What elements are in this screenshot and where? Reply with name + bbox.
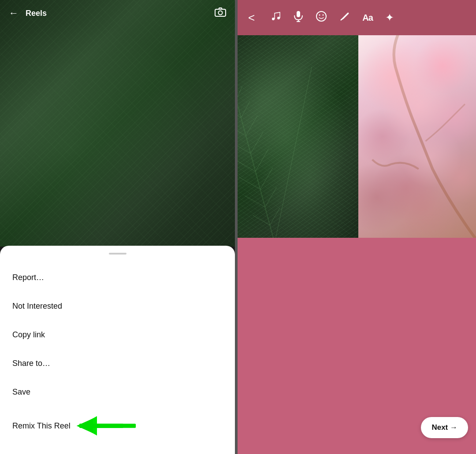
bottom-sheet: Report… Not Interested Copy link Share t…	[0, 246, 235, 454]
back-button[interactable]: ←	[9, 7, 19, 19]
text-tool-icon[interactable]: Aa	[362, 13, 373, 23]
reel-video-bg: ← Reels	[0, 0, 235, 247]
music-icon[interactable]	[271, 11, 281, 24]
svg-line-19	[261, 188, 281, 207]
svg-line-17	[266, 208, 283, 225]
svg-line-23	[251, 149, 274, 172]
green-arrow-icon	[79, 416, 137, 436]
menu-item-copy-link[interactable]: Copy link	[0, 321, 235, 349]
microphone-icon[interactable]	[294, 11, 303, 25]
svg-point-1	[219, 11, 223, 15]
photo-fern	[238, 35, 358, 238]
editor-toolbar: <	[238, 0, 476, 35]
svg-rect-4	[91, 424, 136, 428]
menu-item-remix[interactable]: Remix This Reel	[0, 406, 235, 445]
svg-point-13	[323, 15, 324, 16]
menu-item-save[interactable]: Save	[0, 378, 235, 406]
svg-line-18	[245, 192, 265, 211]
svg-line-14	[275, 67, 312, 238]
editor-back-button[interactable]: <	[248, 11, 255, 25]
menu-item-share-to[interactable]: Share to…	[0, 349, 235, 378]
svg-line-21	[256, 168, 277, 189]
top-bar: ← Reels	[0, 0, 235, 26]
svg-rect-8	[297, 11, 300, 17]
left-panel: ← Reels Report… Not Interested Copy link…	[0, 0, 235, 454]
svg-point-7	[277, 17, 280, 19]
next-button[interactable]: Next →	[421, 417, 468, 438]
menu-item-report[interactable]: Report…	[0, 263, 235, 292]
svg-line-25	[246, 132, 268, 154]
svg-line-24	[238, 137, 251, 158]
sheet-handle	[109, 253, 126, 255]
svg-line-29	[238, 101, 253, 118]
svg-point-6	[272, 18, 275, 20]
sparkle-icon[interactable]: ✦	[385, 11, 394, 24]
svg-line-31	[238, 86, 245, 100]
pen-draw-icon[interactable]	[339, 11, 350, 24]
face-sticker-icon[interactable]	[316, 11, 327, 25]
svg-marker-5	[76, 418, 93, 433]
photo-collage	[238, 35, 476, 238]
page-title: Reels	[26, 9, 215, 18]
svg-rect-0	[215, 9, 226, 16]
camera-icon[interactable]	[215, 7, 226, 19]
svg-point-12	[319, 15, 320, 16]
svg-line-27	[242, 116, 261, 136]
svg-line-22	[238, 154, 256, 177]
svg-line-28	[238, 104, 241, 121]
menu-item-not-interested[interactable]: Not Interested	[0, 292, 235, 321]
right-panel: <	[238, 0, 476, 454]
svg-line-15	[238, 73, 275, 238]
svg-line-16	[253, 212, 270, 229]
svg-line-26	[238, 120, 246, 140]
photo-cherry-blossom	[358, 35, 476, 238]
svg-line-20	[239, 172, 260, 194]
svg-point-11	[316, 11, 326, 21]
